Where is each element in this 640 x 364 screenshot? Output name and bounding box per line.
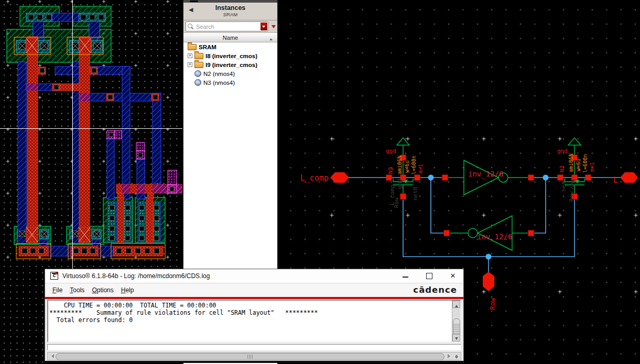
inverter-top-label: inv_12/6 [468, 170, 503, 179]
log-output-area[interactable]: CPU TIME = 00:00:00 TOTAL TIME = 00:00:0… [47, 300, 461, 343]
pin-l-hexagon [620, 172, 638, 183]
cadence-logo: cādence [413, 285, 457, 295]
menu-options[interactable]: Options [92, 286, 113, 294]
scroll-left-icon[interactable] [48, 352, 55, 360]
n2-net-right: net8 [412, 187, 419, 201]
search-row [183, 20, 277, 33]
n2-net-bulk: gnd [396, 179, 403, 189]
n2-model: ami06N [397, 156, 403, 174]
panel-handle [190, 1, 198, 2]
cadence-app-icon: c [50, 272, 58, 280]
instance-object-icon: obj [194, 70, 201, 77]
virtuoso-log-window: c Virtuoso® 6.1.8-64b - Log: /home/mcdon… [45, 269, 464, 363]
tree-item-label: I8 (inverter_cmos) [205, 53, 257, 59]
panel-title: Instances [183, 3, 277, 12]
pin-row-hexagon [483, 272, 494, 291]
panel-subtitle: SRAM [183, 12, 277, 17]
virtuoso-desktop: L_comp L Row gnd gnd inv_12/6 inv_12/6 N… [0, 0, 640, 364]
n3-mult: m=1 [589, 162, 595, 172]
instances-header: ◀ Instances SRAM [183, 3, 277, 20]
n2-length: l=600n [411, 156, 417, 174]
layout-canvas [0, 0, 182, 269]
horizontal-scrollbar-thumb[interactable] [56, 353, 444, 360]
horizontal-scrollbar[interactable] [47, 352, 461, 360]
pin-label-l-comp: L_comp [300, 173, 329, 183]
menu-file[interactable]: File [52, 286, 62, 294]
n3-net-left: net1 [560, 178, 567, 192]
tree-item-n2[interactable]: obj N2 (nmos4) [183, 69, 277, 78]
tree-item-label: SRAM [199, 44, 216, 50]
n2-mult: m=1 [418, 164, 424, 173]
vertical-scrollbar[interactable] [452, 301, 460, 341]
minimize-button[interactable] [402, 272, 410, 280]
panel-dropdown-icon[interactable] [272, 25, 276, 30]
tree-item-i9[interactable]: + I9 (inverter_cmos) [183, 60, 277, 69]
pin-l-comp-hexagon [330, 172, 349, 183]
expand-plus-icon[interactable]: + [188, 62, 192, 67]
search-input[interactable] [195, 22, 260, 31]
folder-icon [194, 53, 203, 59]
tree-item-label: N2 (nmos4) [203, 71, 235, 77]
junction-dots [428, 175, 549, 260]
scroll-up-icon[interactable] [452, 301, 460, 308]
n3-net-gate: Row [568, 191, 575, 202]
back-arrow-icon[interactable]: ◀ [189, 6, 193, 13]
tree-item-i8[interactable]: + I8 (inverter_cmos) [183, 51, 277, 60]
tree-item-label: I9 (inverter_cmos) [205, 62, 257, 68]
sort-ascending-icon[interactable] [269, 37, 273, 40]
menu-tools[interactable]: Tools [70, 286, 84, 294]
scroll-down-icon[interactable] [452, 334, 460, 341]
n2-net-gate: Row [393, 197, 400, 208]
expand-plus-icon[interactable]: + [188, 53, 192, 58]
n2-name: N2 [387, 167, 394, 174]
n2-width: w=6u [404, 160, 410, 173]
scroll-right-icon[interactable] [445, 352, 452, 360]
log-text: CPU TIME = 00:00:00 TOTAL TIME = 00:00:0… [49, 302, 451, 341]
name-column-label: Name [223, 35, 238, 41]
n3-net-bulk: gnd [569, 179, 576, 189]
menu-bar: File Tools Options Help cādence [45, 283, 463, 297]
window-title: Virtuoso® 6.1.8-64b - Log: /home/mcdonm6… [62, 272, 210, 280]
n3-name: N3 [559, 166, 566, 172]
instance-tree: SRAM + I8 (inverter_cmos) + I9 (inverter… [183, 42, 277, 87]
menu-help[interactable]: Help [121, 286, 134, 294]
close-button[interactable]: ✕ [449, 272, 457, 280]
gnd-label-n3: gnd [557, 148, 568, 155]
inverter-bottom-label: inv_12/6 [477, 233, 512, 241]
maximize-button[interactable] [425, 272, 433, 280]
name-column-header[interactable]: Name [183, 33, 277, 42]
scroll-spinner-icon[interactable] [453, 352, 461, 360]
search-icon [188, 24, 192, 28]
tree-item-label: N3 (nmos4) [203, 80, 235, 86]
instance-object-icon: obj [194, 79, 201, 86]
folder-icon [188, 44, 197, 50]
search-box[interactable] [186, 21, 268, 31]
search-dropdown-button[interactable] [261, 23, 267, 30]
thumb-grip [247, 355, 253, 359]
n3-length: l=600n [582, 154, 588, 173]
folder-icon [194, 62, 203, 68]
red-divider [45, 297, 463, 299]
tree-item-n3[interactable]: obj N3 (nmos4) [183, 78, 277, 87]
tree-item-sram[interactable]: SRAM [183, 42, 277, 51]
n3-model: ami06N [568, 153, 574, 172]
gnd-label-n2: gnd [386, 148, 396, 155]
wires-cyan[interactable] [345, 178, 621, 272]
pin-label-l: L [613, 175, 618, 185]
n3-width: w=6u [576, 159, 581, 171]
command-input-line[interactable] [47, 344, 461, 350]
title-bar[interactable]: c Virtuoso® 6.1.8-64b - Log: /home/mcdon… [45, 269, 463, 283]
pin-label-row: Row [489, 297, 496, 310]
